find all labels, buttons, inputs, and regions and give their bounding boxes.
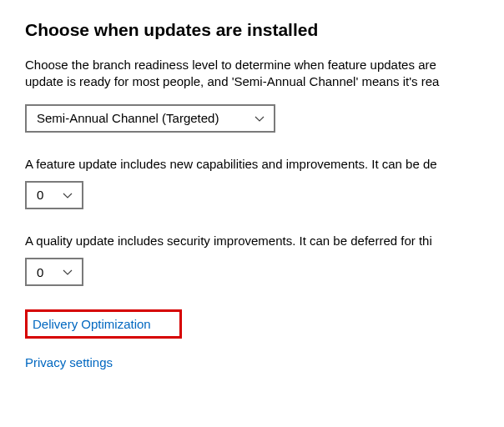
privacy-settings-link[interactable]: Privacy settings: [25, 355, 113, 369]
intro-line-2: update is ready for most people, and 'Se…: [25, 74, 439, 88]
feature-update-defer-dropdown[interactable]: 0: [25, 181, 83, 209]
quality-update-defer-value: 0: [37, 265, 43, 279]
chevron-down-icon: [62, 266, 73, 278]
delivery-optimization-highlight: Delivery Optimization: [25, 309, 182, 339]
page-title: Choose when updates are installed: [25, 20, 479, 40]
feature-update-text: A feature update includes new capabiliti…: [25, 156, 479, 173]
branch-readiness-dropdown[interactable]: Semi-Annual Channel (Targeted): [25, 104, 275, 133]
branch-readiness-value: Semi-Annual Channel (Targeted): [37, 111, 219, 125]
intro-text: Choose the branch readiness level to det…: [25, 57, 479, 91]
quality-update-text: A quality update includes security impro…: [25, 233, 479, 249]
quality-update-defer-dropdown[interactable]: 0: [25, 258, 83, 286]
chevron-down-icon: [62, 189, 73, 201]
intro-line-1: Choose the branch readiness level to det…: [25, 58, 436, 72]
feature-update-defer-value: 0: [37, 188, 43, 202]
delivery-optimization-link[interactable]: Delivery Optimization: [33, 317, 151, 331]
chevron-down-icon: [254, 113, 265, 124]
